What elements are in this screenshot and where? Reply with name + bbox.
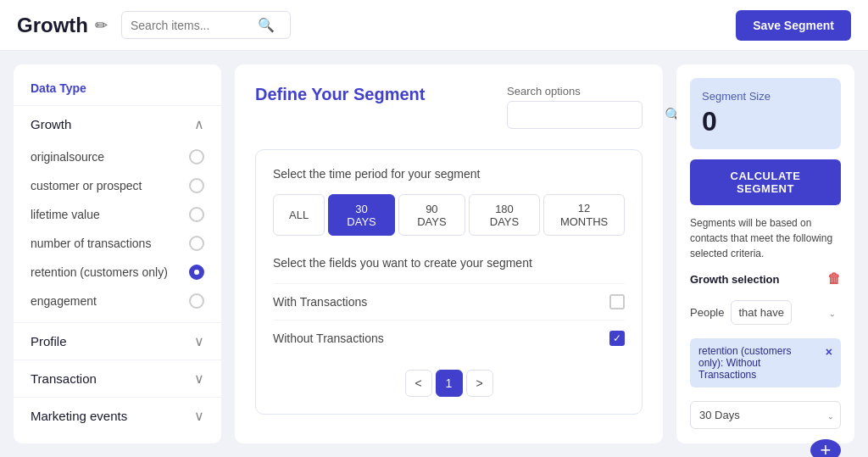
list-item[interactable]: number of transactions — [31, 229, 204, 258]
growth-selection-label: Growth selection — [690, 273, 779, 286]
criteria-text: Segments will be based on contacts that … — [690, 215, 841, 261]
people-label: People — [690, 306, 724, 319]
search-input[interactable] — [131, 19, 258, 32]
time-btn-all[interactable]: ALL — [273, 194, 325, 236]
radio-originalsource[interactable] — [189, 149, 204, 164]
search-options-container: Search options 🔍 — [507, 85, 643, 129]
time-btn-90days[interactable]: 90 DAYS — [398, 194, 465, 236]
field-row-without-transactions: Without Transactions ✓ — [273, 320, 625, 356]
segment-size-box: Segment Size 0 — [690, 78, 841, 149]
app-title: Growth — [17, 14, 88, 37]
days-select[interactable]: 30 Days — [690, 401, 841, 429]
radio-lifetime-value[interactable] — [189, 207, 204, 222]
time-btn-30days[interactable]: 30 DAYS — [328, 194, 395, 236]
nav-section-transaction-header[interactable]: Transaction ∨ — [14, 360, 221, 397]
data-type-header: Data Type — [14, 81, 221, 105]
radio-engagement[interactable] — [189, 293, 204, 309]
nav-section-growth: Growth ∧ originalsource customer or pros… — [14, 105, 221, 322]
chevron-down-icon: ∨ — [194, 371, 204, 387]
fields-label: Select the fields you want to create you… — [273, 256, 625, 270]
that-have-select-wrapper: that have — [731, 300, 841, 325]
list-item[interactable]: originalsource — [31, 142, 204, 171]
segment-size-label: Segment Size — [702, 90, 829, 103]
item-label: retention (customers only) — [31, 265, 168, 279]
that-have-select[interactable]: that have — [731, 300, 792, 325]
search-bar: 🔍 — [121, 11, 291, 39]
define-title: Define Your Segment — [255, 85, 425, 104]
nav-section-profile-header[interactable]: Profile ∨ — [14, 323, 221, 359]
edit-icon[interactable]: ✏ — [95, 16, 108, 35]
search-options-label: Search options — [507, 85, 643, 98]
tag-close-button[interactable]: × — [826, 345, 832, 359]
chevron-down-icon: ∨ — [194, 333, 204, 349]
segment-box: Select the time period for your segment … — [255, 149, 643, 415]
pagination-prev[interactable]: < — [405, 370, 432, 397]
search-icon-button[interactable]: 🔍 — [258, 17, 275, 33]
item-label: customer or prospect — [31, 179, 142, 192]
list-item[interactable]: engagement — [31, 287, 204, 315]
search-options-box: 🔍 — [507, 101, 643, 129]
right-panel: Segment Size 0 CALCULATE SEGMENT Segment… — [676, 64, 854, 443]
nav-section-growth-header[interactable]: Growth ∧ — [14, 106, 221, 142]
time-period-buttons: ALL 30 DAYS 90 DAYS 180 DAYS 12 MONTHS — [273, 194, 625, 236]
nav-section-marketing-label: Marketing events — [31, 409, 127, 423]
with-transactions-label: With Transactions — [273, 295, 367, 309]
item-label: engagement — [31, 294, 97, 308]
nav-section-growth-label: Growth — [31, 117, 71, 131]
radio-customer-or-prospect[interactable] — [189, 178, 204, 193]
center-panel: Define Your Segment Search options 🔍 Sel… — [235, 64, 663, 443]
item-label: originalsource — [31, 150, 104, 164]
checkbox-without-transactions[interactable]: ✓ — [609, 331, 625, 346]
chevron-up-icon: ∧ — [194, 116, 204, 132]
days-select-wrapper: 30 Days — [690, 401, 841, 429]
save-segment-button[interactable]: Save Segment — [736, 10, 851, 41]
retention-tag: retention (customers only): Without Tran… — [690, 338, 841, 387]
radio-retention[interactable] — [189, 265, 204, 280]
segment-size-value: 0 — [702, 106, 829, 137]
growth-nav-items: originalsource customer or prospect life… — [14, 142, 221, 322]
nav-section-marketing-events: Marketing events ∨ — [14, 397, 221, 434]
time-btn-12months[interactable]: 12 MONTHS — [543, 194, 625, 236]
list-item[interactable]: customer or prospect — [31, 171, 204, 200]
item-label: number of transactions — [31, 237, 151, 250]
item-label: lifetime value — [31, 208, 100, 221]
people-row: People that have — [690, 300, 841, 325]
delete-icon[interactable]: 🗑 — [827, 271, 841, 287]
pagination-page-1[interactable]: 1 — [436, 370, 463, 397]
radio-number-of-transactions[interactable] — [189, 236, 204, 251]
time-btn-180days[interactable]: 180 DAYS — [469, 194, 540, 236]
list-item[interactable]: retention (customers only) — [31, 258, 204, 287]
pagination: < 1 > — [273, 370, 625, 397]
checkbox-with-transactions[interactable] — [609, 294, 625, 309]
growth-selection-header: Growth selection 🗑 — [690, 271, 841, 287]
chevron-down-icon: ∨ — [194, 408, 204, 424]
define-header: Define Your Segment Search options 🔍 — [255, 85, 643, 129]
list-item[interactable]: lifetime value — [31, 200, 204, 229]
left-panel: Data Type Growth ∧ originalsource custom… — [14, 64, 221, 443]
nav-section-transaction-label: Transaction — [31, 371, 97, 386]
tag-text: retention (customers only): Without Tran… — [698, 345, 819, 381]
nav-section-transaction: Transaction ∨ — [14, 359, 221, 397]
add-button[interactable]: + — [810, 439, 841, 457]
calculate-segment-button[interactable]: CALCULATE SEGMENT — [690, 159, 841, 205]
header: Growth ✏ 🔍 Save Segment — [0, 0, 868, 51]
pagination-next[interactable]: > — [466, 370, 493, 397]
nav-section-profile: Profile ∨ — [14, 322, 221, 359]
main-content: Data Type Growth ∧ originalsource custom… — [0, 51, 868, 457]
time-period-label: Select the time period for your segment — [273, 167, 625, 181]
search-options-input[interactable] — [516, 109, 665, 122]
without-transactions-label: Without Transactions — [273, 332, 384, 345]
field-row-with-transactions: With Transactions — [273, 283, 625, 320]
nav-section-marketing-events-header[interactable]: Marketing events ∨ — [14, 398, 221, 434]
nav-section-profile-label: Profile — [31, 334, 67, 348]
